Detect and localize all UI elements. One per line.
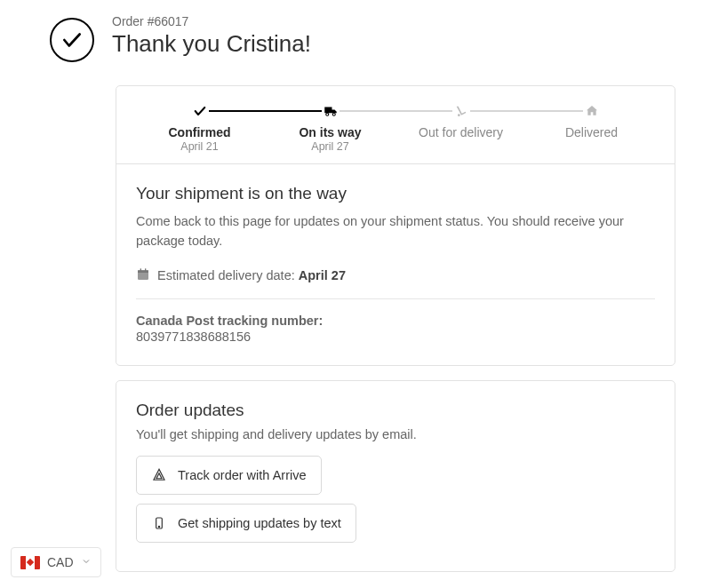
svg-point-8	[158, 526, 159, 527]
order-updates-title: Order updates	[136, 401, 655, 420]
step-label: Delivered	[565, 125, 618, 139]
phone-icon	[151, 515, 167, 531]
step-out-for-delivery: Out for delivery	[395, 102, 526, 139]
order-number-label: Order #66017	[112, 14, 311, 28]
shipment-title: Your shipment is on the way	[136, 184, 655, 203]
step-date: April 27	[311, 140, 348, 153]
svg-point-1	[332, 113, 335, 115]
check-icon	[191, 102, 209, 120]
shipment-card: Confirmed April 21 On its way April 27 O…	[116, 85, 675, 366]
estimated-date: April 27	[299, 268, 346, 282]
step-confirmed: Confirmed April 21	[134, 102, 265, 153]
svg-rect-5	[140, 268, 141, 271]
step-label: Confirmed	[169, 125, 231, 139]
success-check-icon	[50, 18, 94, 62]
progress-tracker: Confirmed April 21 On its way April 27 O…	[116, 86, 675, 164]
step-date: April 21	[180, 140, 218, 153]
currency-selector[interactable]: CAD	[11, 547, 101, 577]
svg-point-2	[458, 114, 460, 116]
get-text-updates-button[interactable]: Get shipping updates by text	[136, 504, 356, 543]
svg-point-0	[325, 113, 328, 115]
thank-you-heading: Thank you Cristina!	[112, 30, 311, 58]
hand-truck-icon	[452, 102, 470, 120]
home-icon	[583, 102, 601, 120]
chevron-down-icon	[81, 555, 92, 569]
track-with-arrive-button[interactable]: Track order with Arrive	[136, 456, 322, 495]
tracking-number[interactable]: 8039771838688156	[136, 330, 655, 344]
order-updates-card: Order updates You'll get shipping and de…	[116, 380, 675, 572]
track-button-label: Track order with Arrive	[178, 468, 307, 482]
step-on-its-way: On its way April 27	[265, 102, 395, 153]
tracking-carrier-label: Canada Post tracking number:	[136, 314, 655, 328]
step-label: On its way	[299, 125, 361, 139]
currency-code: CAD	[47, 555, 74, 569]
flag-canada-icon	[20, 556, 40, 569]
svg-rect-6	[145, 268, 146, 271]
step-delivered: Delivered	[526, 102, 657, 139]
header: Order #66017 Thank you Cristina!	[50, 14, 675, 62]
truck-icon	[322, 102, 340, 120]
calendar-icon	[136, 267, 150, 284]
text-button-label: Get shipping updates by text	[178, 516, 341, 530]
arrive-icon	[151, 467, 167, 483]
estimated-delivery-row: Estimated delivery date: April 27	[136, 267, 655, 299]
order-updates-description: You'll get shipping and delivery updates…	[136, 427, 655, 441]
step-label: Out for delivery	[419, 125, 503, 139]
estimated-label: Estimated delivery date:	[157, 268, 299, 282]
shipment-description: Come back to this page for updates on yo…	[136, 212, 655, 251]
svg-rect-4	[138, 270, 148, 273]
